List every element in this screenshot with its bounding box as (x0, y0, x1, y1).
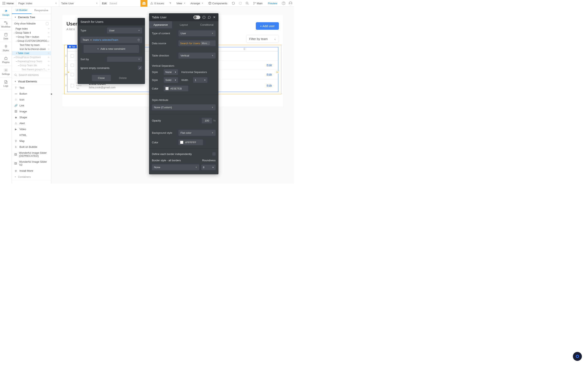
edit-link[interactable]: Edit (267, 73, 272, 76)
constraint-row[interactable]: Team = index's selectedTeam (80, 37, 142, 43)
tree-item[interactable]: Text Filter by team👁 (12, 43, 51, 47)
visual-element-item[interactable]: TText (12, 85, 51, 91)
dynamic-expression[interactable]: index's selectedTeam (93, 38, 118, 42)
opacity-input[interactable]: 100 (202, 118, 212, 123)
visibility-icon[interactable]: 👁 (48, 56, 50, 58)
tree-item[interactable]: – GroupFocus Dropdown👁 (12, 55, 51, 59)
type-of-content-dropdown[interactable]: User ▼ (178, 30, 216, 36)
color-swatch[interactable] (165, 87, 169, 90)
sort-by-dropdown[interactable]: ▼ (107, 57, 142, 62)
visual-element-item[interactable]: ⚠Alert (12, 120, 51, 126)
style-attribute-dropdown[interactable]: None (Custom) ▼ (152, 104, 216, 110)
edit-mode-label[interactable]: Edit (102, 2, 107, 5)
tree-item[interactable]: Page index👁 (12, 27, 51, 31)
search-elements[interactable]: Search elements (12, 72, 51, 78)
info-icon[interactable] (202, 16, 206, 19)
pointer-tool[interactable] (167, 2, 174, 5)
element-select[interactable]: Table User ▼ (59, 0, 100, 7)
view-menu[interactable]: View▼ (174, 0, 188, 7)
visual-element-item[interactable]: 🔗Link (12, 103, 51, 108)
checkbox-icon[interactable] (71, 54, 74, 58)
checkbox-icon[interactable] (71, 73, 74, 76)
comment-icon[interactable] (208, 16, 211, 19)
visual-element-item[interactable]: HTML (12, 132, 51, 138)
checkbox-checked-icon[interactable]: ✓ (138, 66, 142, 70)
edit-link[interactable]: Edit (267, 63, 272, 67)
containers-header[interactable]: ▼ Containers (12, 174, 51, 180)
visibility-icon[interactable]: 👁 (48, 36, 50, 38)
collapse-panel-handle[interactable]: ◀ (50, 92, 52, 96)
close-button[interactable]: Close (92, 75, 111, 81)
visual-element-item[interactable]: bBuilt on Bubble (12, 144, 51, 150)
only-hideable-toggle[interactable]: Only show hideable (12, 21, 51, 27)
filter-by-team-dropdown[interactable]: Filter by team ⌄ (246, 35, 279, 43)
visual-element-item[interactable]: ◆Shape (12, 114, 51, 120)
visibility-icon[interactable]: 👁 (48, 68, 50, 71)
type-dropdown[interactable]: User ▼ (107, 27, 142, 33)
tree-item[interactable]: – Group Table 4👁 (12, 31, 51, 35)
rail-settings[interactable]: Settings (0, 66, 12, 78)
tab-appearance[interactable]: Appearance (149, 21, 172, 28)
expand-icon[interactable]: – (13, 31, 16, 34)
tree-item[interactable]: Icon fa fa-chevron-down👁 (12, 47, 51, 51)
element-tag[interactable]: ▦ Tab (67, 45, 77, 48)
checkbox-icon[interactable] (71, 64, 74, 67)
visual-elements-header[interactable]: ▼ Visual Elements (12, 78, 51, 85)
visibility-icon[interactable]: 👁 (48, 44, 50, 46)
tree-item[interactable]: + Group Title + button👁 (12, 35, 51, 39)
visibility-icon[interactable]: 👁 (48, 32, 50, 34)
tab-responsive[interactable]: Responsive (31, 7, 51, 14)
close-icon[interactable]: ✕ (213, 15, 216, 19)
responsive-toggle[interactable] (193, 16, 200, 19)
branch-menu[interactable]: Main (251, 0, 265, 7)
tree-item[interactable]: – Group Team tile👁 (12, 63, 51, 67)
color-swatch[interactable] (180, 141, 183, 144)
arrange-menu[interactable]: Arrange▼ (188, 0, 206, 7)
bg-color-input[interactable]: #FFFFFF (178, 140, 203, 145)
hsep-width-dropdown[interactable]: 1▼ (193, 77, 208, 83)
expand-icon[interactable]: + (16, 52, 17, 55)
tree-item[interactable]: – RepeatingGroup Team👁 (12, 59, 51, 63)
rail-logs[interactable]: Logs (0, 78, 12, 90)
visual-element-item[interactable]: ⚲Map (12, 138, 51, 144)
rail-plugins[interactable]: Plugins (0, 54, 12, 66)
edit-link[interactable]: Edit (267, 84, 272, 87)
tab-ui-builder[interactable]: UI Builder (12, 7, 31, 14)
visibility-icon[interactable]: 👁 (48, 40, 50, 42)
rail-data[interactable]: Data (0, 30, 12, 42)
hsep-color-input[interactable]: #E5E7EB (164, 86, 188, 91)
preview-button[interactable]: Preview (265, 0, 280, 7)
rail-workflow[interactable]: Workflow (0, 18, 12, 30)
expand-icon[interactable]: – (16, 40, 17, 42)
expand-icon[interactable]: – (17, 64, 20, 67)
visual-element-item[interactable]: 🖼Wonderful Image Slider V2 (12, 159, 51, 168)
rail-styles[interactable]: Styles (0, 42, 12, 54)
gift-button[interactable] (140, 0, 147, 7)
tab-conditional[interactable]: Conditional (195, 21, 218, 28)
trash-icon[interactable] (137, 39, 140, 42)
data-source-input[interactable]: Search for Users More... (178, 40, 216, 46)
issues-button[interactable]: 0 issues (147, 2, 167, 5)
expand-icon[interactable]: – (16, 60, 17, 63)
visibility-icon[interactable]: 👁 (48, 52, 50, 54)
add-user-button[interactable]: + Add user (256, 22, 279, 30)
page-select[interactable]: Page: index ▼ (16, 0, 59, 7)
tree-item[interactable]: Text Parent group's T...👁 (12, 67, 51, 72)
checkbox-icon[interactable] (212, 152, 216, 156)
visibility-icon[interactable]: 👁 (48, 27, 50, 30)
bg-style-dropdown[interactable]: Flat color ▼ (178, 130, 216, 136)
expand-icon[interactable]: – (13, 56, 16, 59)
rail-design[interactable]: Design (0, 7, 12, 18)
visual-element-item[interactable]: ▭Button (12, 91, 51, 97)
tab-layout[interactable]: Layout (172, 21, 195, 28)
hsep-style-dropdown[interactable]: Solid▼ (164, 77, 178, 83)
delete-button[interactable]: Delete (115, 75, 131, 81)
checkbox-icon[interactable] (46, 22, 49, 25)
tree-item[interactable]: – Group CUSTOM DROPDO...👁 (12, 39, 51, 43)
help-button[interactable] (280, 1, 287, 5)
roundness-dropdown[interactable]: 8▼ (201, 165, 216, 170)
checkbox-icon[interactable] (71, 84, 74, 87)
more-chip[interactable]: More... (201, 42, 210, 45)
visual-element-item[interactable]: ▶Video (12, 126, 51, 132)
tree-item[interactable]: + Table User👁 (12, 51, 51, 55)
